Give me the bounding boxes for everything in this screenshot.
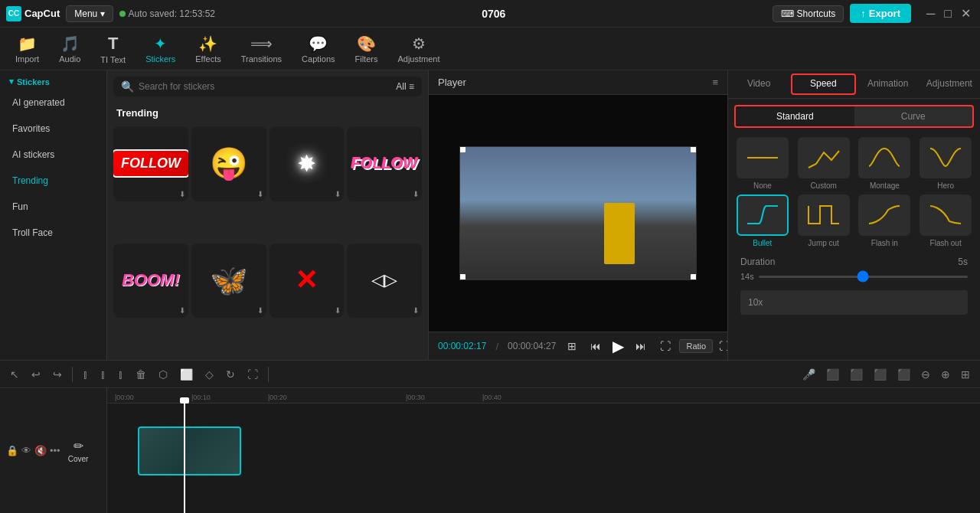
- sticker-boom[interactable]: BOOM! ⬇: [113, 243, 188, 319]
- tab-speed[interactable]: Speed: [791, 74, 855, 95]
- tl-crop[interactable]: ⛶: [243, 366, 262, 383]
- tl-align-right[interactable]: ⫿: [114, 366, 127, 383]
- timeline-toolbar: ↖ ↩ ↪ ⫿ ⫿ ⫿ 🗑 ⬡ ⬜ ◇ ↻ ⛶ 🎤 ⬛ ⬛ ⬛ ⬛ ⊖ ⊕ ⊞: [0, 361, 980, 388]
- tl-audio-ctrl[interactable]: ⬛: [846, 366, 867, 383]
- speed-tab-curve[interactable]: Curve: [854, 106, 973, 126]
- ruler-mark-40: |00:40: [482, 394, 501, 401]
- left-fun[interactable]: Fun: [3, 195, 103, 218]
- tool-transitions[interactable]: ⟹ Transitions: [232, 30, 291, 68]
- sticker-sparkle[interactable]: ✸ ⬇: [270, 126, 345, 201]
- tl-delete[interactable]: 🗑: [132, 366, 150, 383]
- tl-zoom-out[interactable]: ⊖: [917, 366, 934, 383]
- tool-import[interactable]: 📁 Import: [6, 30, 48, 68]
- speed-flash-out[interactable]: Flash out: [917, 194, 974, 247]
- menu-button[interactable]: Menu ▾: [66, 5, 113, 22]
- tl-split[interactable]: ⫿: [79, 366, 92, 383]
- export-button[interactable]: ↑ Export: [850, 4, 911, 23]
- speed-bullet[interactable]: Bullet: [734, 194, 791, 247]
- left-favorites[interactable]: Favorites: [3, 117, 103, 140]
- sticker-emoji-wink[interactable]: 😜 ⬇: [191, 126, 266, 201]
- minimize-button[interactable]: ─: [923, 6, 938, 21]
- left-troll-face[interactable]: Troll Face: [3, 221, 103, 244]
- tl-zoom-in[interactable]: ⊕: [937, 366, 954, 383]
- track-eye-icon[interactable]: 👁: [21, 445, 31, 456]
- maximize-button[interactable]: □: [941, 6, 955, 21]
- search-input[interactable]: [139, 81, 391, 92]
- tl-caption-ctrl[interactable]: ⬛: [893, 366, 914, 383]
- play-button[interactable]: ▶: [612, 337, 624, 355]
- tl-select-tool[interactable]: ↖: [6, 366, 23, 383]
- tl-redo[interactable]: ↪: [49, 366, 66, 383]
- tl-keyframe[interactable]: ◇: [201, 366, 217, 383]
- resize-handle-bl[interactable]: [459, 274, 466, 280]
- tl-clip[interactable]: ⬡: [155, 366, 172, 383]
- tool-filters[interactable]: 🎨 Filters: [346, 30, 387, 68]
- speed-montage[interactable]: Montage: [857, 137, 913, 190]
- sticker-follow-red[interactable]: FOLLOW ⬇: [113, 126, 188, 201]
- speed-jump-cut[interactable]: Jump cut: [795, 194, 852, 247]
- tool-stickers[interactable]: ✦ Stickers: [136, 30, 185, 68]
- speed-none[interactable]: None: [734, 137, 791, 190]
- speed-hero[interactable]: Hero: [917, 137, 974, 190]
- tl-text-ctrl[interactable]: ⬛: [870, 366, 890, 383]
- tool-audio[interactable]: 🎵 Audio: [50, 30, 90, 68]
- tl-separator1: [72, 367, 73, 382]
- speed-custom[interactable]: Custom: [795, 137, 852, 190]
- left-ai-stickers[interactable]: AI stickers: [3, 143, 103, 166]
- tl-rotate[interactable]: ↻: [222, 366, 239, 383]
- sticker-butterfly[interactable]: 🦋 ⬇: [191, 243, 266, 319]
- sticker-follow-pink[interactable]: FOLLOW ⬇: [347, 126, 422, 201]
- playhead[interactable]: [184, 404, 185, 513]
- tl-multi-select[interactable]: ⬜: [176, 366, 197, 383]
- duration-slider[interactable]: [759, 276, 968, 278]
- fit-screen-button[interactable]: ⛶: [658, 338, 673, 355]
- resize-handle-tl[interactable]: [459, 146, 466, 152]
- tool-effects[interactable]: ✨ Effects: [186, 30, 230, 68]
- tab-adjustment[interactable]: Adjustment: [919, 70, 980, 98]
- stickers-section-label: ▾ Stickers: [0, 70, 106, 90]
- left-trending[interactable]: Trending: [3, 169, 103, 192]
- speed-none-curve: [743, 145, 782, 172]
- resize-handle-br[interactable]: [691, 274, 697, 280]
- track-lock-icon[interactable]: 🔒: [6, 445, 18, 456]
- track-mute-icon[interactable]: 🔇: [34, 445, 47, 456]
- cover-button[interactable]: ✏ Cover: [65, 436, 92, 466]
- tl-expand[interactable]: ⊞: [957, 366, 974, 383]
- close-button[interactable]: ✕: [958, 6, 974, 21]
- tl-record[interactable]: 🎤: [799, 366, 819, 383]
- speed-custom-box: [798, 137, 850, 178]
- sticker-arrows[interactable]: ◁▷ ⬇: [347, 243, 422, 319]
- speed-jump-cut-box: [798, 194, 850, 236]
- tool-text[interactable]: T TI Text: [91, 29, 135, 69]
- speed-jump-cut-curve: [805, 202, 843, 229]
- timeline-tracks: |00:00 |00:10 |00:20 |00:30 |00:40: [107, 388, 980, 513]
- track-more-icon[interactable]: •••: [50, 445, 60, 456]
- tl-sticker-ctrl[interactable]: ⬛: [822, 366, 843, 383]
- tab-animation[interactable]: Animation: [858, 70, 919, 98]
- sticker-x[interactable]: ✕ ⬇: [270, 243, 345, 319]
- left-ai-generated[interactable]: AI generated: [3, 91, 103, 114]
- sticker-grid: FOLLOW ⬇ 😜 ⬇ ✸ ⬇ FOLLOW ⬇ BOOM! ⬇ 🦋: [107, 123, 428, 360]
- timeline-grid-button[interactable]: ⊞: [565, 338, 579, 355]
- tl-undo[interactable]: ↩: [28, 366, 44, 383]
- tool-captions[interactable]: 💬 Captions: [292, 30, 344, 68]
- video-bg: [460, 147, 696, 279]
- project-title: 0706: [221, 8, 766, 20]
- tl-align-left[interactable]: ⫿: [96, 366, 109, 383]
- video-clip[interactable]: [138, 426, 241, 475]
- all-filter[interactable]: All ≡: [396, 81, 414, 92]
- speed-tab-standard[interactable]: Standard: [736, 106, 854, 126]
- tab-video[interactable]: Video: [728, 70, 789, 98]
- ratio-button[interactable]: Ratio: [679, 339, 713, 353]
- resize-handle-tr[interactable]: [691, 146, 697, 152]
- player-controls: 00:00:02:17 / 00:00:04:27 ⊞ ⏮ ▶ ⏭ ⛶ Rati…: [429, 332, 727, 360]
- player-menu-icon[interactable]: ≡: [712, 77, 718, 88]
- next-frame-button[interactable]: ⏭: [633, 338, 648, 355]
- prev-frame-button[interactable]: ⏮: [588, 338, 603, 355]
- shortcuts-button[interactable]: ⌨ Shortcuts: [773, 5, 844, 22]
- timeline-track-area: [107, 404, 980, 513]
- main-area: ▾ Stickers AI generated Favorites AI sti…: [0, 70, 980, 360]
- speed-flash-in[interactable]: Flash in: [857, 194, 913, 247]
- auto-save-dot: [119, 11, 126, 17]
- tool-adjustment[interactable]: ⚙ Adjustment: [388, 30, 449, 68]
